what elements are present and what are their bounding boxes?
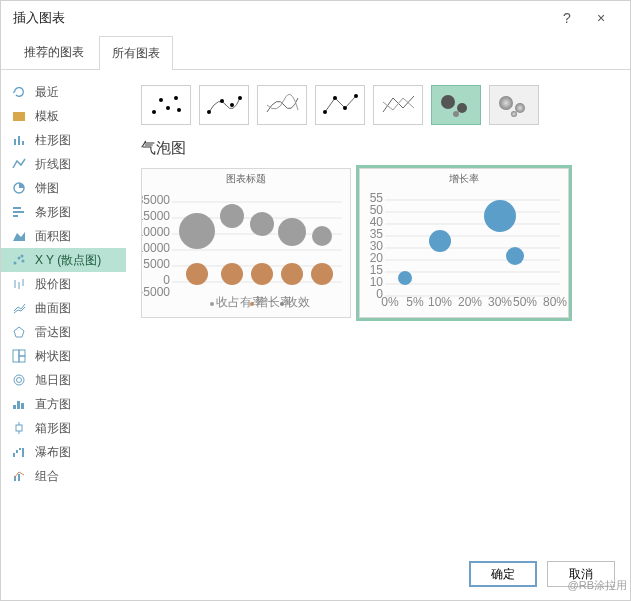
svg-point-75 <box>210 302 214 306</box>
subtype-scatter-smooth-line-markers[interactable] <box>199 85 249 125</box>
svg-rect-7 <box>13 215 18 217</box>
svg-rect-24 <box>16 425 22 431</box>
svg-text:10%: 10% <box>428 295 452 309</box>
sidebar-item-radar-chart[interactable]: 雷达图 <box>1 320 126 344</box>
help-button[interactable]: ? <box>550 10 584 26</box>
dialog-body: 最近模板柱形图折线图饼图条形图面积图X Y (散点图)股价图曲面图雷达图树状图旭… <box>1 70 630 548</box>
sidebar-item-template[interactable]: 模板 <box>1 104 126 128</box>
sidebar-item-treemap-chart[interactable]: 树状图 <box>1 344 126 368</box>
sidebar-item-bar-chart[interactable]: 条形图 <box>1 200 126 224</box>
chart-category-sidebar: 最近模板柱形图折线图饼图条形图面积图X Y (散点图)股价图曲面图雷达图树状图旭… <box>1 70 126 548</box>
svg-rect-28 <box>16 450 18 453</box>
sidebar-item-box-chart[interactable]: 箱形图 <box>1 416 126 440</box>
svg-rect-3 <box>22 141 24 145</box>
svg-rect-21 <box>13 405 16 409</box>
template-icon <box>11 108 27 124</box>
svg-text:收效: 收效 <box>286 295 310 309</box>
stock-chart-icon <box>11 276 27 292</box>
svg-text:80%: 80% <box>543 295 567 309</box>
svg-point-79 <box>280 302 284 306</box>
sidebar-item-label: 面积图 <box>35 228 71 245</box>
column-chart-icon <box>11 132 27 148</box>
sidebar-item-scatter-chart[interactable]: X Y (散点图) <box>1 248 126 272</box>
watermark: @RB涂拉用 <box>568 578 627 593</box>
sidebar-item-combo-chart[interactable]: 组合 <box>1 464 126 488</box>
sidebar-item-stock-chart[interactable]: 股价图 <box>1 272 126 296</box>
subtype-bubble-3d[interactable] <box>489 85 539 125</box>
bubble-chart-preview-1: 350001500010000 1000050000-5000 收占有率 增长率… <box>142 186 352 316</box>
svg-point-62 <box>312 226 332 246</box>
svg-point-19 <box>14 375 24 385</box>
ok-button[interactable]: 确定 <box>469 561 537 587</box>
svg-text:50%: 50% <box>513 295 537 309</box>
sidebar-item-surface-chart[interactable]: 曲面图 <box>1 296 126 320</box>
svg-point-64 <box>221 263 243 285</box>
svg-point-9 <box>18 257 21 260</box>
svg-point-92 <box>484 200 516 232</box>
sidebar-item-histogram-chart[interactable]: 直方图 <box>1 392 126 416</box>
dialog-footer: 确定 取消 <box>1 548 630 600</box>
svg-text:10000: 10000 <box>142 225 170 239</box>
chart-preview-2[interactable]: 增长率 5 <box>359 168 569 318</box>
sunburst-chart-icon <box>11 372 27 388</box>
svg-point-67 <box>311 263 333 285</box>
subtype-bubble[interactable] <box>431 85 481 125</box>
svg-rect-5 <box>13 207 21 209</box>
sidebar-item-line-chart[interactable]: 折线图 <box>1 152 126 176</box>
svg-point-38 <box>207 110 211 114</box>
svg-point-49 <box>499 96 513 110</box>
chart-subtype-row <box>141 85 615 125</box>
svg-rect-32 <box>18 474 20 481</box>
sidebar-item-label: 条形图 <box>35 204 71 221</box>
recent-icon <box>11 84 27 100</box>
svg-point-93 <box>506 247 524 265</box>
svg-rect-23 <box>21 403 24 409</box>
sidebar-item-label: 模板 <box>35 108 59 125</box>
svg-point-11 <box>21 255 24 258</box>
tab-recommended[interactable]: 推荐的图表 <box>11 35 97 69</box>
sidebar-item-column-chart[interactable]: 柱形图 <box>1 128 126 152</box>
sidebar-item-label: 箱形图 <box>35 420 71 437</box>
chart-preview-1[interactable]: 图表标题 <box>141 168 351 318</box>
svg-point-59 <box>220 204 244 228</box>
radar-chart-icon <box>11 324 27 340</box>
subtype-scatter-straight-line-markers[interactable] <box>315 85 365 125</box>
svg-text:-5000: -5000 <box>142 285 170 299</box>
svg-point-40 <box>230 103 234 107</box>
sidebar-item-label: 柱形图 <box>35 132 71 149</box>
sidebar-item-label: 折线图 <box>35 156 71 173</box>
subtype-scatter[interactable] <box>141 85 191 125</box>
dialog-title: 插入图表 <box>13 9 550 27</box>
svg-text:5000: 5000 <box>143 257 170 271</box>
sidebar-item-label: X Y (散点图) <box>35 252 101 269</box>
sidebar-item-label: 股价图 <box>35 276 71 293</box>
tab-all-charts[interactable]: 所有图表 <box>99 36 173 70</box>
svg-text:35000: 35000 <box>142 193 170 207</box>
chart-previews: 图表标题 <box>141 168 615 318</box>
svg-point-51 <box>511 111 517 117</box>
sidebar-item-label: 曲面图 <box>35 300 71 317</box>
close-button[interactable]: × <box>584 10 618 26</box>
sidebar-item-area-chart[interactable]: 面积图 <box>1 224 126 248</box>
treemap-chart-icon <box>11 348 27 364</box>
svg-rect-17 <box>19 350 25 356</box>
titlebar: 插入图表 ? × <box>1 1 630 35</box>
scatter-chart-icon <box>11 252 27 268</box>
svg-rect-0 <box>13 112 25 121</box>
svg-point-36 <box>174 96 178 100</box>
sidebar-item-pie-chart[interactable]: 饼图 <box>1 176 126 200</box>
svg-rect-16 <box>13 350 19 362</box>
subtype-scatter-straight-line[interactable] <box>373 85 423 125</box>
subtype-scatter-smooth-line[interactable] <box>257 85 307 125</box>
sidebar-item-recent[interactable]: 最近 <box>1 80 126 104</box>
svg-point-58 <box>179 213 215 249</box>
tab-strip: 推荐的图表 所有图表 <box>1 35 630 70</box>
sidebar-item-label: 雷达图 <box>35 324 71 341</box>
svg-text:5%: 5% <box>406 295 424 309</box>
sidebar-item-sunburst-chart[interactable]: 旭日图 <box>1 368 126 392</box>
pie-chart-icon <box>11 180 27 196</box>
svg-point-60 <box>250 212 274 236</box>
sidebar-item-label: 最近 <box>35 84 59 101</box>
svg-rect-18 <box>19 356 25 362</box>
sidebar-item-waterfall-chart[interactable]: 瀑布图 <box>1 440 126 464</box>
